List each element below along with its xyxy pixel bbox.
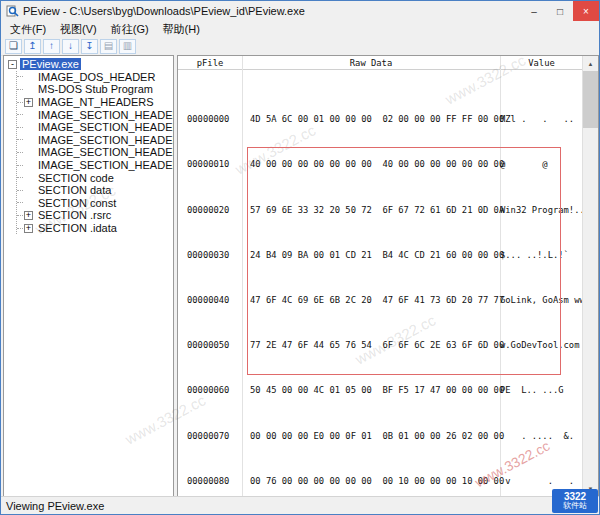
close-button[interactable]: × — [573, 1, 599, 21]
toolbar-button-icon: ↧ — [85, 41, 93, 51]
tree-panel: - PEview.exe IMAGE_DOS_HEADER MS-DOS Stu… — [3, 55, 174, 497]
toolbar-button-icon: ↓ — [68, 41, 73, 51]
tree-expand-icon[interactable] — [24, 198, 33, 207]
hex-bytes: 24 B4 09 BA 00 01 CD 21 B4 4C CD 21 60 0… — [242, 250, 500, 261]
tree-item-label[interactable]: IMAGE_SECTION_HEADER const — [36, 134, 174, 146]
copy-button[interactable]: ❏ — [5, 39, 22, 54]
menu-view[interactable]: 视图(V) — [53, 21, 104, 38]
toolbar-button-icon: ▤ — [104, 41, 113, 51]
tree-expand-icon[interactable] — [24, 85, 33, 94]
hex-offset: 00000020 — [178, 205, 242, 216]
tree-item[interactable]: IMAGE_SECTION_HEADER code — [17, 108, 173, 121]
hex-ascii: GoLink, GoAsm ww — [500, 295, 583, 306]
tree-expand-icon[interactable] — [24, 186, 33, 195]
nav-next-button[interactable]: ↓ — [62, 39, 79, 54]
column-header-pfile: pFile — [178, 58, 242, 68]
tree-item-label[interactable]: IMAGE_DOS_HEADER — [36, 71, 157, 83]
tree-collapse-icon[interactable]: - — [8, 60, 17, 69]
tree-item-label[interactable]: SECTION .idata — [36, 222, 119, 234]
toolbar-button-icon: ↥ — [28, 41, 36, 51]
tree-item[interactable]: IMAGE_SECTION_HEADER .idata — [17, 159, 173, 172]
tree-children: IMAGE_DOS_HEADER MS-DOS Stub Program + I… — [16, 71, 173, 235]
vertical-scrollbar[interactable]: ▲ ▼ — [582, 56, 598, 496]
tree-item-label[interactable]: SECTION .rsrc — [36, 209, 113, 221]
nav-prev-button[interactable]: ↑ — [43, 39, 60, 54]
tree-item-label[interactable]: IMAGE_SECTION_HEADER code — [36, 109, 174, 121]
tree-item[interactable]: SECTION code — [17, 171, 173, 184]
scroll-thumb[interactable] — [583, 71, 598, 128]
tree-item[interactable]: SECTION data — [17, 184, 173, 197]
title-bar[interactable]: PEview - C:\Users\byg\Downloads\PEview_i… — [1, 1, 599, 21]
tree-root[interactable]: - PEview.exe — [8, 58, 173, 71]
tree-expand-icon[interactable] — [24, 173, 33, 182]
tree-item-label[interactable]: MS-DOS Stub Program — [36, 83, 155, 95]
menu-help[interactable]: 帮助(H) — [156, 21, 207, 38]
tree-expand-icon[interactable] — [24, 135, 33, 144]
hex-row: 00000000 4D 5A 6C 00 01 00 00 00 02 00 0… — [178, 114, 583, 125]
menu-go[interactable]: 前往(G) — [104, 21, 156, 38]
maximize-button[interactable]: □ — [547, 1, 573, 21]
view-split-button[interactable]: ▥ — [119, 39, 136, 54]
nav-top-button[interactable]: ↥ — [24, 39, 41, 54]
column-header-rawdata: Raw Data — [242, 58, 500, 68]
tree-item[interactable]: MS-DOS Stub Program — [17, 83, 173, 96]
hex-row: 00000030 24 B4 09 BA 00 01 CD 21 B4 4C C… — [178, 250, 583, 261]
tree-item-label[interactable]: SECTION data — [36, 184, 113, 196]
hex-row: 00000060 50 45 00 00 4C 01 05 00 BF F5 1… — [178, 385, 583, 396]
tree-expand-icon[interactable]: + — [24, 224, 33, 233]
tree-item[interactable]: + SECTION .rsrc — [17, 209, 173, 222]
status-bar: Viewing PEview.exe — [1, 496, 599, 514]
hex-offset: 00000000 — [178, 114, 242, 125]
caption-buttons: – □ × — [521, 1, 599, 21]
tree-expand-icon[interactable]: + — [24, 211, 33, 220]
hex-ascii: v . . — [500, 476, 583, 487]
tree-item[interactable]: IMAGE_SECTION_HEADER .rsrc — [17, 146, 173, 159]
site-badge-caption: 软件站 — [563, 502, 587, 510]
hex-ascii: . .... &. — [500, 431, 583, 442]
tree-expand-icon[interactable] — [24, 123, 33, 132]
hex-bytes: 00 76 00 00 00 00 00 00 00 10 00 00 00 1… — [242, 476, 500, 487]
hex-row: 00000070 00 00 00 00 E0 00 0F 01 0B 01 0… — [178, 431, 583, 442]
hex-ascii: Win32 Program!.. — [500, 205, 583, 216]
hex-bytes: 50 45 00 00 4C 01 05 00 BF F5 17 47 00 0… — [242, 385, 500, 396]
hex-bytes: 47 6F 4C 69 6E 6B 2C 20 47 6F 41 73 6D 2… — [242, 295, 500, 306]
tree-item-label[interactable]: IMAGE_SECTION_HEADER data — [36, 121, 174, 133]
app-icon — [6, 5, 19, 18]
tree-item-label[interactable]: SECTION const — [36, 197, 118, 209]
tree-expand-icon[interactable] — [24, 110, 33, 119]
tree-item[interactable]: SECTION const — [17, 197, 173, 210]
hex-header: pFile Raw Data Value — [178, 56, 583, 70]
minimize-button[interactable]: – — [521, 1, 547, 21]
hex-bytes: 00 00 00 00 E0 00 0F 01 0B 01 00 00 26 0… — [242, 431, 500, 442]
tree-expand-icon[interactable]: + — [24, 98, 33, 107]
tree-expand-icon[interactable] — [24, 72, 33, 81]
scroll-up-button[interactable]: ▲ — [583, 56, 598, 71]
tree-item[interactable]: IMAGE_SECTION_HEADER data — [17, 121, 173, 134]
hex-panel: pFile Raw Data Value 00000000 4D 5A 6C 0… — [177, 55, 599, 497]
hex-offset: 00000030 — [178, 250, 242, 261]
toolbar-button-icon: ❏ — [9, 41, 18, 51]
tree-item-label[interactable]: IMAGE_SECTION_HEADER .idata — [36, 159, 174, 171]
tree-item-label[interactable]: IMAGE_NT_HEADERS — [36, 96, 156, 108]
toolbar-button-icon: ▥ — [123, 41, 132, 51]
tree-expand-icon[interactable] — [24, 161, 33, 170]
hex-ascii: @ @ — [500, 159, 583, 170]
hex-row: 00000040 47 6F 4C 69 6E 6B 2C 20 47 6F 4… — [178, 295, 583, 306]
menu-file[interactable]: 文件(F) — [3, 21, 53, 38]
tree-item[interactable]: IMAGE_DOS_HEADER — [17, 71, 173, 84]
tree-expand-icon[interactable] — [24, 148, 33, 157]
tree-item-label[interactable]: IMAGE_SECTION_HEADER .rsrc — [36, 146, 174, 158]
nav-bottom-button[interactable]: ↧ — [81, 39, 98, 54]
peview-window: PEview - C:\Users\byg\Downloads\PEview_i… — [0, 0, 600, 515]
hex-bytes: 40 00 00 00 00 00 00 00 40 00 00 00 00 0… — [242, 159, 500, 170]
tree-item[interactable]: + IMAGE_NT_HEADERS — [17, 96, 173, 109]
tree-item-label[interactable]: SECTION code — [36, 172, 116, 184]
tree-item[interactable]: IMAGE_SECTION_HEADER const — [17, 134, 173, 147]
hex-offset: 00000050 — [178, 340, 242, 351]
tree-root-label[interactable]: PEview.exe — [20, 58, 81, 70]
hex-row: 00000080 00 76 00 00 00 00 00 00 00 10 0… — [178, 476, 583, 487]
hex-bytes: 4D 5A 6C 00 01 00 00 00 02 00 00 00 FF F… — [242, 114, 500, 125]
hex-bytes: 77 2E 47 6F 44 65 76 54 6F 6F 6C 2E 63 6… — [242, 340, 500, 351]
tree-item[interactable]: + SECTION .idata — [17, 222, 173, 235]
view-pane-button[interactable]: ▤ — [100, 39, 117, 54]
